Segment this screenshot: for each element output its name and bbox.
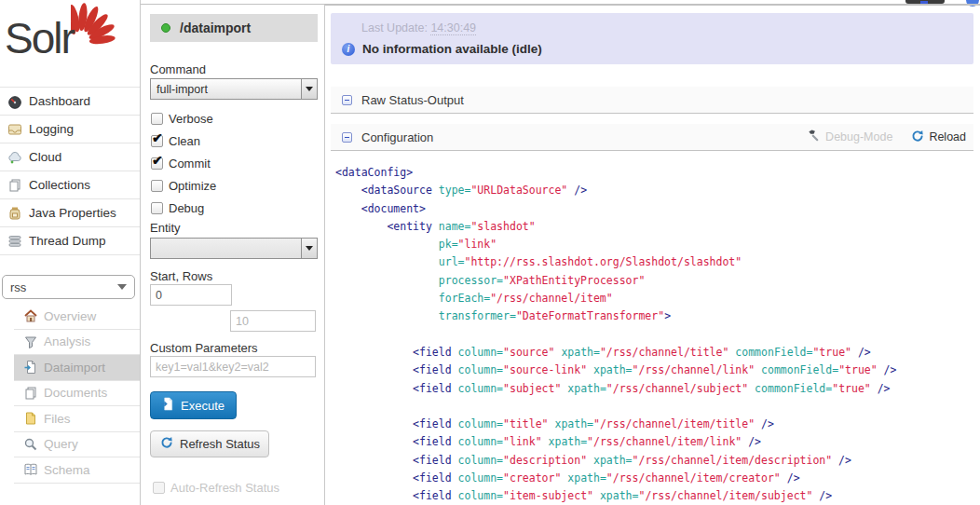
- custom-parameters-input[interactable]: [150, 356, 316, 377]
- last-update: Last Update: 14:30:49: [361, 21, 476, 34]
- auto-refresh-checkbox[interactable]: Auto-Refresh Status: [153, 478, 279, 497]
- sidebar-item-label: Cloud: [29, 150, 61, 164]
- core-item-dataimport[interactable]: Dataimport: [14, 355, 140, 381]
- section-raw-status-output[interactable]: Raw Status-Output: [331, 87, 973, 114]
- handler-name: /dataimport: [180, 20, 251, 35]
- command-select[interactable]: full-import: [150, 78, 318, 100]
- sidebar-item-thread-dump[interactable]: Thread Dump: [0, 227, 140, 255]
- refresh-status-label: Refresh Status: [180, 437, 260, 451]
- core-item-label: Files: [44, 412, 71, 426]
- core-selector-value: rss: [10, 280, 26, 294]
- core-item-label: Dataimport: [44, 361, 105, 375]
- core-item-analysis[interactable]: Analysis: [14, 330, 140, 356]
- collections-icon: [7, 178, 22, 193]
- start-rows-label: Start, Rows: [150, 269, 212, 283]
- checkbox-clean[interactable]: Clean: [151, 131, 200, 150]
- core-item-label: Documents: [44, 386, 107, 400]
- refresh-status-button[interactable]: Refresh Status: [150, 430, 269, 457]
- logo-text: Solr: [5, 13, 74, 63]
- custom-parameters-label: Custom Parameters: [150, 341, 258, 355]
- checkbox-box[interactable]: [151, 157, 163, 170]
- config-xml: <dataConfig> <dataSource type="URLDataSo…: [335, 164, 896, 505]
- section-title: Configuration: [361, 130, 433, 144]
- checkbox-box[interactable]: [153, 482, 165, 494]
- core-item-query[interactable]: Query: [14, 432, 140, 458]
- start-input[interactable]: [150, 284, 232, 306]
- sidebar-item-label: Thread Dump: [29, 234, 106, 248]
- core-item-schema[interactable]: Schema: [14, 457, 140, 484]
- checkbox-label: Verbose: [169, 112, 213, 126]
- dataimport-main: Last Update: 14:30:49 i No information a…: [331, 0, 973, 505]
- refresh-icon: [160, 436, 173, 452]
- sidebar-item-java-properties[interactable]: Java Properties: [0, 199, 140, 227]
- sidebar-item-label: Collections: [29, 178, 90, 192]
- main-menu: Dashboard Logging Cloud Collections Java…: [0, 87, 140, 255]
- collapse-icon[interactable]: [342, 132, 352, 143]
- section-title: Raw Status-Output: [361, 93, 464, 107]
- files-icon: [23, 411, 38, 426]
- info-icon: i: [342, 43, 355, 56]
- section-configuration[interactable]: Configuration Debug-Mode Reload: [331, 124, 973, 151]
- reload-button[interactable]: Reload: [911, 130, 966, 145]
- checkbox-optimize[interactable]: Optimize: [151, 176, 216, 195]
- debug-mode-button[interactable]: Debug-Mode: [807, 129, 892, 145]
- analysis-icon: [23, 334, 38, 349]
- sidebar-item-label: Dashboard: [29, 94, 90, 108]
- core-item-label: Analysis: [44, 334, 90, 348]
- checkbox-label: Commit: [169, 157, 211, 171]
- logging-icon: [7, 122, 22, 137]
- dashboard-icon: [7, 94, 22, 109]
- auto-refresh-label: Auto-Refresh Status: [170, 481, 279, 495]
- schema-icon: [23, 462, 38, 477]
- last-update-time: 14:30:49: [430, 21, 476, 35]
- handler-header: /dataimport: [150, 14, 318, 42]
- rows-input[interactable]: [230, 310, 316, 332]
- core-item-files[interactable]: Files: [14, 406, 140, 432]
- checkbox-commit[interactable]: Commit: [151, 154, 211, 172]
- sidebar-item-dashboard[interactable]: Dashboard: [0, 88, 140, 116]
- query-icon: [23, 437, 38, 452]
- java-properties-icon: [7, 206, 22, 221]
- dataimport-icon: [23, 360, 38, 375]
- dataimport-form: /dataimport Command full-import Verbose …: [141, 5, 325, 505]
- checkbox-label: Optimize: [169, 179, 216, 193]
- collapse-icon[interactable]: [342, 95, 352, 105]
- checkbox-box[interactable]: [151, 113, 163, 125]
- sidebar-item-label: Java Properties: [29, 206, 116, 220]
- checkbox-box[interactable]: [151, 202, 163, 214]
- checkbox-debug[interactable]: Debug: [151, 198, 204, 217]
- command-select-value: full-import: [157, 83, 208, 96]
- core-item-documents[interactable]: Documents: [14, 381, 140, 407]
- checkbox-box[interactable]: [151, 135, 163, 147]
- debug-mode-label: Debug-Mode: [825, 130, 892, 143]
- core-menu: Overview Analysis Dataimport Documents F…: [14, 304, 140, 484]
- status-banner: Last Update: 14:30:49 i No information a…: [331, 13, 973, 64]
- select-arrow-icon[interactable]: [301, 79, 317, 99]
- chevron-down-icon: [117, 284, 127, 290]
- sidebar-item-collections[interactable]: Collections: [0, 171, 140, 199]
- checkbox-label: Clean: [169, 134, 200, 148]
- execute-button[interactable]: Execute: [150, 391, 237, 419]
- core-item-overview[interactable]: Overview: [14, 304, 140, 330]
- checkbox-box[interactable]: [151, 180, 163, 192]
- hammer-icon: [807, 129, 821, 145]
- core-item-label: Schema: [44, 463, 90, 477]
- checkbox-verbose[interactable]: Verbose: [151, 109, 213, 128]
- solr-admin-app: Solr Dashboard Logging Cloud Collections: [0, 0, 980, 505]
- sidebar-item-label: Logging: [29, 122, 74, 136]
- checkbox-label: Debug: [169, 201, 204, 215]
- sidebar-item-logging[interactable]: Logging: [0, 116, 140, 143]
- reload-label: Reload: [929, 130, 966, 143]
- core-selector[interactable]: rss: [2, 275, 135, 299]
- command-label: Command: [150, 62, 206, 76]
- solr-logo[interactable]: Solr: [0, 0, 140, 84]
- select-arrow-icon[interactable]: [301, 239, 317, 258]
- core-item-label: Query: [44, 437, 78, 451]
- entity-label: Entity: [150, 221, 181, 235]
- solr-flare-icon: [71, 0, 129, 48]
- last-update-label: Last Update:: [361, 21, 428, 34]
- documents-icon: [23, 386, 38, 401]
- sidebar-item-cloud[interactable]: Cloud: [0, 143, 140, 171]
- sidebar: Solr Dashboard Logging Cloud Collections: [0, 0, 141, 505]
- entity-select[interactable]: [150, 238, 318, 259]
